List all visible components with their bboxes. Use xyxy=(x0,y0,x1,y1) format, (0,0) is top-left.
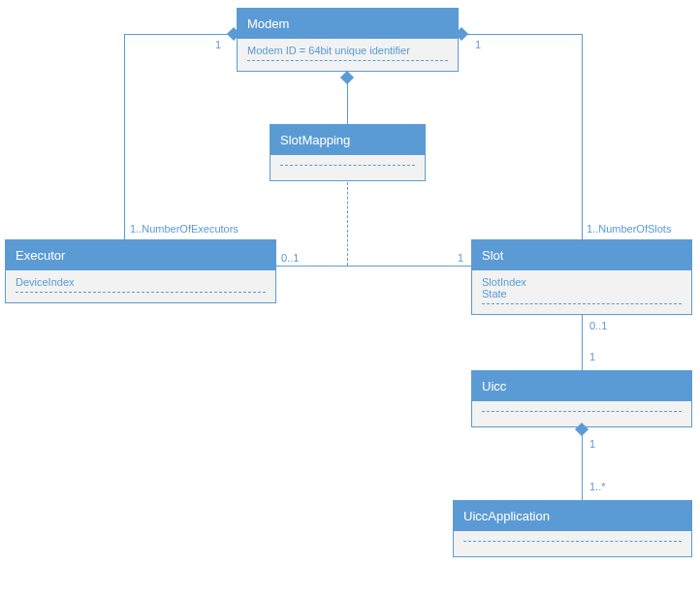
mult-slot-left: 1 xyxy=(458,252,463,264)
uicc-class: Uicc xyxy=(471,370,692,427)
uiccapp-class: UiccApplication xyxy=(453,500,692,557)
line-modem-slot-v xyxy=(582,34,583,239)
mult-slot-top: 1..NumberOfSlots xyxy=(587,223,671,235)
mult-modem-right: 1 xyxy=(475,39,481,50)
slot-title: Slot xyxy=(472,240,691,270)
modem-body: Modem ID = 64bit unique identifier xyxy=(238,39,458,71)
mult-uicc-top: 1 xyxy=(589,351,595,362)
modem-attr: Modem ID = 64bit unique identifier xyxy=(247,45,410,56)
slot-body: SlotIndex State xyxy=(472,270,691,314)
executor-attr: DeviceIndex xyxy=(16,276,75,288)
mult-exec-right: 0..1 xyxy=(281,252,299,264)
line-exec-slot xyxy=(276,266,471,267)
line-uicc-uiccapp xyxy=(582,434,583,500)
slot-attr2: State xyxy=(482,288,682,299)
executor-title: Executor xyxy=(6,240,275,270)
line-modem-slot-h xyxy=(466,34,582,35)
mult-uiccapp-top: 1..* xyxy=(589,481,606,492)
mult-slot-bottom: 0..1 xyxy=(589,320,607,331)
slotmapping-class: SlotMapping xyxy=(270,124,426,181)
executor-body: DeviceIndex xyxy=(6,270,275,302)
line-modem-exec-h xyxy=(124,34,229,35)
modem-title: Modem xyxy=(238,9,458,39)
line-slot-uicc xyxy=(582,314,583,370)
line-modem-exec-v xyxy=(124,34,125,239)
mult-modem-left: 1 xyxy=(215,39,221,50)
slotmapping-body xyxy=(270,155,425,180)
line-modem-slotmapping xyxy=(347,82,348,124)
line-slotmapping-dashed xyxy=(347,182,348,266)
uiccapp-body xyxy=(454,531,691,556)
slotmapping-title: SlotMapping xyxy=(270,125,425,155)
modem-class: Modem Modem ID = 64bit unique identifier xyxy=(237,8,459,72)
slot-class: Slot SlotIndex State xyxy=(471,239,692,315)
executor-class: Executor DeviceIndex xyxy=(5,239,276,303)
mult-uicc-bottom: 1 xyxy=(589,438,595,450)
uiccapp-title: UiccApplication xyxy=(454,501,691,531)
slot-attr1: SlotIndex xyxy=(482,276,682,288)
mult-exec-top: 1..NumberOfExecutors xyxy=(130,223,239,235)
uicc-title: Uicc xyxy=(472,371,691,401)
